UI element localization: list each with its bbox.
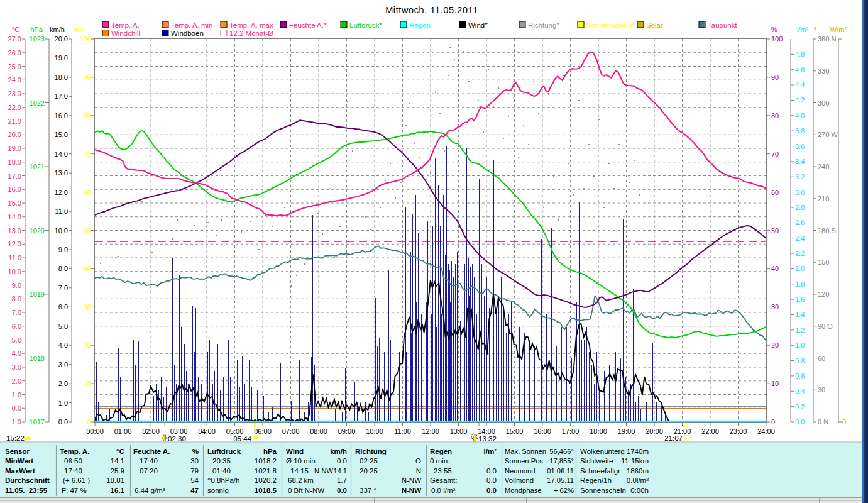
svg-text:06:50: 06:50 [64, 457, 82, 465]
svg-text:Temp. A. max: Temp. A. max [229, 21, 273, 29]
svg-text:1.0: 1.0 [58, 399, 68, 407]
svg-text:Regen/1h: Regen/1h [580, 477, 612, 484]
svg-text:17.0: 17.0 [8, 172, 21, 180]
svg-text:2.0: 2.0 [12, 377, 21, 385]
svg-text:15:00: 15:00 [506, 428, 524, 435]
svg-text:3.8: 3.8 [795, 127, 805, 135]
svg-text:Sonnen Pos: Sonnen Pos [505, 457, 543, 465]
svg-text:60: 60 [818, 355, 825, 362]
svg-text:1.7: 1.7 [337, 477, 347, 484]
svg-text:11.05. 23:55: 11.05. 23:55 [5, 487, 48, 494]
svg-text:0.0: 0.0 [12, 404, 21, 412]
svg-text:4.8: 4.8 [795, 50, 805, 58]
svg-text:09:00: 09:00 [338, 428, 356, 435]
svg-text:1.0: 1.0 [795, 341, 805, 349]
svg-text:3.6: 3.6 [795, 143, 805, 150]
svg-text:11.0: 11.0 [8, 254, 21, 262]
svg-text:10:00: 10:00 [366, 428, 383, 435]
svg-text:km/h: km/h [330, 448, 347, 455]
svg-text:4.0: 4.0 [12, 350, 21, 357]
svg-text:0.0: 0.0 [795, 418, 805, 426]
svg-text:17:40: 17:40 [140, 457, 158, 465]
svg-text:21.0: 21.0 [8, 118, 21, 125]
svg-text:210: 210 [818, 195, 829, 202]
svg-text:56,466°: 56,466° [549, 448, 574, 455]
svg-text:1018.2: 1018.2 [255, 457, 277, 465]
svg-text:17.05.11: 17.05.11 [547, 477, 574, 484]
svg-text:N-NW: N-NW [402, 487, 421, 494]
svg-text:70: 70 [771, 150, 779, 158]
svg-text:90 O: 90 O [818, 323, 833, 330]
svg-text:8.0: 8.0 [12, 295, 21, 302]
svg-text:Sonnenschein*: Sonnenschein* [586, 21, 635, 29]
svg-text:°: ° [814, 26, 816, 33]
svg-text:337 °: 337 ° [360, 487, 376, 494]
svg-text:0.2: 0.2 [795, 403, 805, 411]
svg-text:40: 40 [771, 265, 779, 272]
svg-text:2.4: 2.4 [795, 235, 805, 242]
svg-text:9.0: 9.0 [12, 282, 21, 289]
svg-text:0.0: 0.0 [337, 487, 347, 494]
svg-text:1.6: 1.6 [795, 296, 805, 303]
svg-text:22:00: 22:00 [701, 428, 719, 435]
svg-text:1.0: 1.0 [12, 391, 21, 399]
svg-text:3.0: 3.0 [58, 361, 68, 368]
svg-text:15:22: 15:22 [6, 434, 25, 442]
svg-text:40: 40 [84, 265, 91, 272]
svg-text:Max. Sonnen: Max. Sonnen [505, 448, 546, 455]
svg-text:Windböen: Windböen [171, 30, 204, 37]
svg-text:Mondphase: Mondphase [505, 487, 541, 494]
svg-text:l/m²: l/m² [484, 448, 497, 455]
svg-text:^0.8hPa/h: ^0.8hPa/h [207, 477, 239, 484]
svg-text:23:55: 23:55 [434, 467, 452, 475]
svg-text:300: 300 [818, 99, 829, 107]
svg-text:20.0: 20.0 [55, 35, 68, 43]
svg-text:Gesamt:: Gesamt: [430, 477, 457, 484]
svg-text:°C: °C [116, 448, 124, 455]
svg-text:13:00: 13:00 [450, 428, 468, 435]
svg-text:O: O [415, 457, 421, 465]
svg-text:330: 330 [818, 67, 829, 75]
svg-text:+ 62%: + 62% [554, 487, 574, 494]
svg-text:Wind: Wind [286, 448, 304, 455]
svg-text:0.8: 0.8 [795, 357, 805, 365]
svg-text:3.0: 3.0 [795, 189, 805, 196]
svg-text:4.0: 4.0 [795, 112, 805, 119]
svg-text:11-15km: 11-15km [621, 457, 649, 465]
svg-text:0: 0 [87, 418, 91, 426]
svg-text:F: 47 %: F: 47 % [62, 487, 87, 494]
svg-text:min: min [74, 26, 85, 33]
svg-text:100: 100 [771, 35, 783, 43]
svg-text:1.4: 1.4 [795, 311, 805, 318]
svg-text:05:44: 05:44 [233, 435, 251, 443]
svg-text:20:35: 20:35 [212, 457, 231, 465]
svg-text:1023: 1023 [30, 35, 45, 43]
svg-text:Ø 10 min.: Ø 10 min. [286, 457, 317, 465]
svg-text:4.4: 4.4 [795, 81, 805, 89]
svg-text:16.1: 16.1 [111, 487, 125, 494]
svg-text:20:00: 20:00 [646, 428, 663, 435]
svg-text:100: 100 [80, 35, 91, 43]
svg-text:50: 50 [84, 227, 91, 235]
svg-text:16.0: 16.0 [8, 185, 21, 193]
svg-text:Taupunkt: Taupunkt [708, 21, 737, 29]
svg-text:0:00h: 0:00h [630, 487, 649, 494]
svg-text:14:15: 14:15 [290, 467, 309, 475]
svg-text:1017: 1017 [30, 418, 45, 426]
svg-text:0.0: 0.0 [486, 487, 497, 494]
svg-text:Schneefallgr: Schneefallgr [580, 467, 620, 475]
svg-text:sonnig: sonnig [207, 487, 229, 494]
svg-text:1018: 1018 [30, 355, 45, 362]
svg-text:16.0: 16.0 [55, 112, 68, 119]
svg-text:54: 54 [190, 477, 199, 484]
svg-text:08:00: 08:00 [310, 428, 327, 435]
svg-text:6.0: 6.0 [58, 303, 68, 311]
svg-text:17.0: 17.0 [55, 92, 68, 100]
svg-text:7.0: 7.0 [58, 284, 68, 292]
svg-text:0 min.: 0 min. [430, 457, 449, 465]
svg-text:1020: 1020 [30, 227, 45, 235]
svg-text:Vollmond: Vollmond [505, 477, 534, 484]
svg-text:180 S: 180 S [818, 227, 836, 235]
svg-text:0: 0 [842, 418, 846, 426]
svg-text:0.0: 0.0 [486, 467, 497, 475]
